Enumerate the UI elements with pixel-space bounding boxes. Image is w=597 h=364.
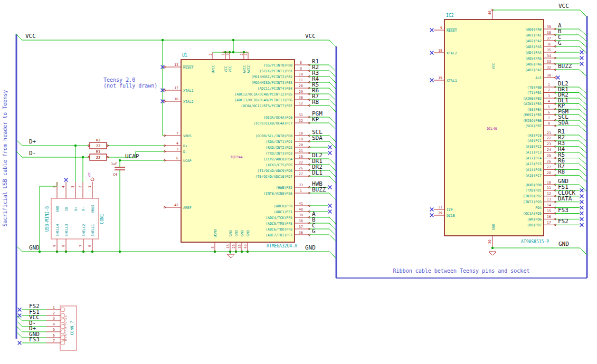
pin-name: (HWB)PE2 (276, 186, 292, 190)
pin-name: (ADC11/PCINT4)PB4 (257, 87, 292, 91)
pin-name: (OC0B/SCL/INT0)PD0 (255, 134, 293, 138)
pin-name: (SS/PCINT0)PB0 (263, 63, 292, 68)
pin-name: (ADC6/TDO)PF6 (266, 227, 292, 232)
pin-number: 30 (299, 95, 303, 100)
net-label: DATA (558, 195, 572, 202)
pin-number: 7 (176, 131, 178, 136)
resistor-value: 22 (96, 144, 100, 148)
pin-number: 10 (547, 180, 551, 185)
schematic-drawing: Teensy 2.0 (not fully drawn) Ribbon cabl… (0, 0, 597, 364)
pin-name: (ADC13/OC1B/OC4B/PCINT13)PB6 (234, 98, 292, 102)
pin-number: 17 (174, 86, 178, 90)
pin-number: 15 (226, 244, 230, 248)
pin-name: VCC (224, 66, 228, 72)
pin-number: 31 (299, 113, 303, 117)
wire (329, 159, 336, 166)
pin-name: (AD0)PA0 (525, 27, 542, 32)
pin-number: 5 (52, 186, 56, 188)
pin-number: 7 (548, 116, 550, 120)
pin-number: 20 (488, 240, 492, 244)
net-label-gnd: GND (29, 244, 40, 251)
pin-number: 28 (547, 171, 551, 175)
net-label-vcc: VCC (558, 3, 569, 9)
wire (329, 88, 336, 95)
pin-number: 29 (438, 211, 442, 215)
ic-ic2-value: AT90S8515-P (521, 240, 549, 244)
pin-name: SHELL4 (55, 224, 60, 236)
pin-name: ALE (535, 76, 542, 80)
pin-number: 3 (176, 147, 178, 151)
pin-name: VCC (228, 66, 232, 72)
pin-name: (AD5)PA5 (525, 56, 542, 61)
wire (579, 109, 587, 116)
pin-number: 35 (547, 48, 551, 52)
pin-number: 37 (547, 36, 551, 41)
net-label: FS3 (29, 336, 40, 343)
wire (329, 165, 336, 171)
pin-name: (MOSI)PB5 (523, 113, 542, 117)
gnd-symbol (227, 254, 231, 258)
pin-number: 2 (53, 311, 55, 315)
pin-name: PD4 (535, 206, 542, 210)
wire (579, 93, 587, 100)
gnd-symbol (489, 252, 492, 255)
wire (579, 120, 587, 127)
pin-number: 28 (299, 84, 303, 88)
conn7-pin-circle (61, 313, 65, 318)
net-label-dplus: D+ (29, 138, 36, 145)
pin-name: (ADC4/TCK)PF4 (266, 216, 292, 220)
wire (329, 82, 336, 89)
net-label: SDA (558, 119, 568, 126)
wire (329, 71, 336, 78)
pin-number: 31 (438, 205, 442, 209)
pin-name: (A8)PC0 (527, 133, 542, 138)
pin-number: 9 (52, 245, 56, 247)
wire (329, 106, 336, 112)
pin-name: (AIN1)PB3 (523, 102, 542, 106)
pin-number: 6 (88, 245, 92, 247)
pin-name: (SCLK/PCINT1)PB1 (259, 69, 292, 73)
pin-name: XTAL2 (183, 100, 194, 104)
pin-number: 13 (174, 63, 178, 67)
pin-number: 6 (176, 156, 178, 160)
pin-name: (INT1)PD3 (523, 200, 542, 204)
pin-number: 26 (299, 166, 303, 170)
wire (16, 246, 22, 252)
pin-number: 5 (211, 246, 215, 248)
pin-number: 38 (547, 31, 551, 35)
pin-name: (AD1)PA1 (525, 33, 542, 37)
pin-name: (PDO/MISO/PCINT3)PB3 (251, 81, 292, 85)
pin-number: 11 (299, 78, 303, 82)
pin-name: (RXD/INT2)PD2 (266, 146, 292, 150)
wire (329, 123, 336, 130)
note-sacrificial-usb-cable: Sacrificial USB cable from header to Tee… (2, 90, 8, 227)
pin-number: 39 (547, 25, 551, 29)
pin-name: AVCC (242, 65, 247, 73)
pin-name: (A10)PC2 (525, 145, 542, 149)
net-label-dminus: D- (29, 150, 36, 157)
bus-entry (16, 321, 22, 327)
pin-name: (AD3)PA3 (525, 45, 542, 49)
conn7-pin-circle (61, 330, 65, 334)
pin-number: 41 (299, 202, 303, 206)
wire (329, 65, 336, 72)
ic-u1-package: TQFP44 (230, 155, 243, 159)
wire (329, 223, 336, 230)
pin-number: 9 (300, 66, 302, 71)
pin-name: XTAL2 (447, 51, 457, 55)
pin-number: 27 (547, 165, 551, 169)
pin-number: 42 (174, 203, 178, 207)
wire (16, 151, 22, 157)
wire (579, 141, 587, 148)
pin-number: 14 (547, 203, 551, 207)
pin-number: 19 (438, 76, 442, 80)
pin-name: D+ (183, 144, 187, 148)
net-label-vcc: VCC (25, 33, 36, 40)
pin-number: 35 (238, 244, 242, 248)
pin-number: 2 (78, 186, 82, 188)
pin-number: 36 (547, 42, 551, 46)
pin-name: (ADC0)PF0 (274, 204, 292, 208)
pin-number: 18 (438, 49, 442, 53)
pin-name: ID (64, 207, 69, 211)
pin-name: VCC (491, 63, 496, 69)
